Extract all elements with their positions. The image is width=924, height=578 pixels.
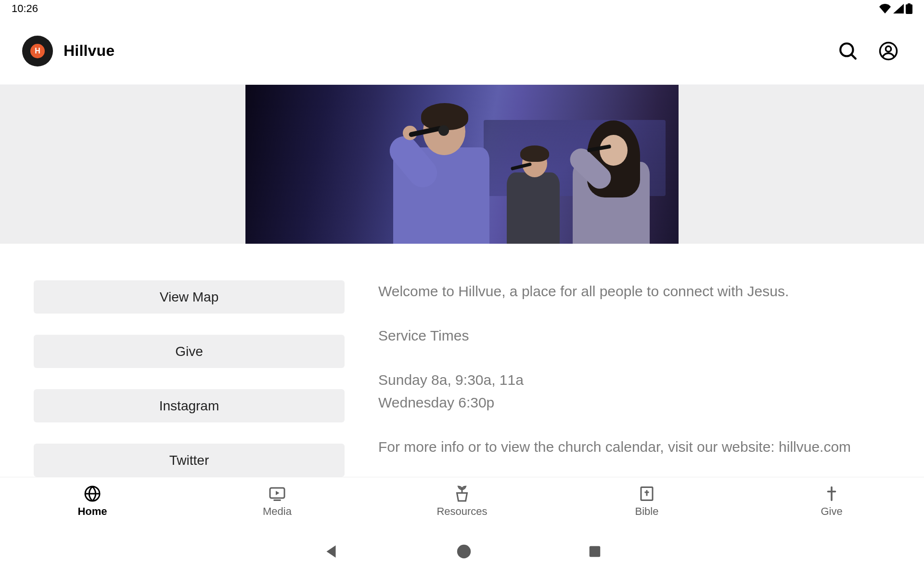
svg-line-3 [851,54,856,59]
view-map-button[interactable]: View Map [34,280,345,314]
svg-rect-17 [590,546,601,557]
app-bar: H Hillvue [0,17,924,85]
bible-icon [638,485,655,502]
cross-icon [823,485,840,502]
app-logo[interactable]: H [22,36,53,66]
battery-icon [906,3,912,14]
svg-rect-1 [908,3,911,5]
nav-give-label: Give [821,505,842,518]
nav-home[interactable]: Home [0,477,185,525]
circle-home-icon [456,543,472,560]
nav-bible-label: Bible [635,505,659,518]
nav-bible[interactable]: Bible [554,477,739,525]
sunday-times: Sunday 8a, 9:30a, 11a [378,369,890,391]
svg-point-5 [886,46,891,52]
status-icons [879,3,912,14]
service-times-heading: Service Times [378,325,890,347]
nav-home-label: Home [77,505,107,518]
square-recents-icon [588,544,602,559]
system-back-button[interactable] [322,542,340,561]
search-icon [838,41,858,61]
status-time: 10:26 [12,2,38,15]
cellular-icon [893,4,904,13]
instagram-button[interactable]: Instagram [34,389,345,422]
nav-media-label: Media [263,505,292,518]
hero-section [0,85,924,244]
status-bar: 10:26 [0,0,924,17]
welcome-text: Welcome to Hillvue, a place for all peop… [378,280,890,302]
hero-image [245,85,679,244]
wednesday-times: Wednesday 6:30p [378,392,890,414]
svg-point-16 [457,545,471,558]
twitter-button[interactable]: Twitter [34,444,345,477]
nav-resources[interactable]: Resources [370,477,554,525]
info-column: Welcome to Hillvue, a place for all peop… [378,280,890,477]
triangle-back-icon [322,542,340,561]
search-button[interactable] [834,38,861,65]
nav-resources-label: Resources [436,505,487,518]
tv-play-icon [269,485,286,502]
nav-give[interactable]: Give [739,477,924,525]
app-logo-badge: H [30,44,45,58]
content-area: View Map Give Instagram Twitter Welcome … [0,244,924,477]
bottom-nav: Home Media Resources Bible Give [0,477,924,525]
globe-icon [84,485,101,502]
svg-rect-0 [906,4,912,14]
profile-button[interactable] [875,38,902,65]
app-title: Hillvue [64,42,115,60]
system-nav-bar [0,525,924,578]
give-button[interactable]: Give [34,335,345,368]
more-info-text: For more info or to view the church cale… [378,436,890,458]
account-circle-icon [878,41,898,61]
system-home-button[interactable] [456,543,472,560]
system-recents-button[interactable] [588,544,602,559]
action-buttons-column: View Map Give Instagram Twitter [34,280,345,477]
nav-media[interactable]: Media [185,477,370,525]
wifi-icon [879,4,891,13]
svg-marker-10 [276,491,280,495]
plant-icon [453,485,471,502]
